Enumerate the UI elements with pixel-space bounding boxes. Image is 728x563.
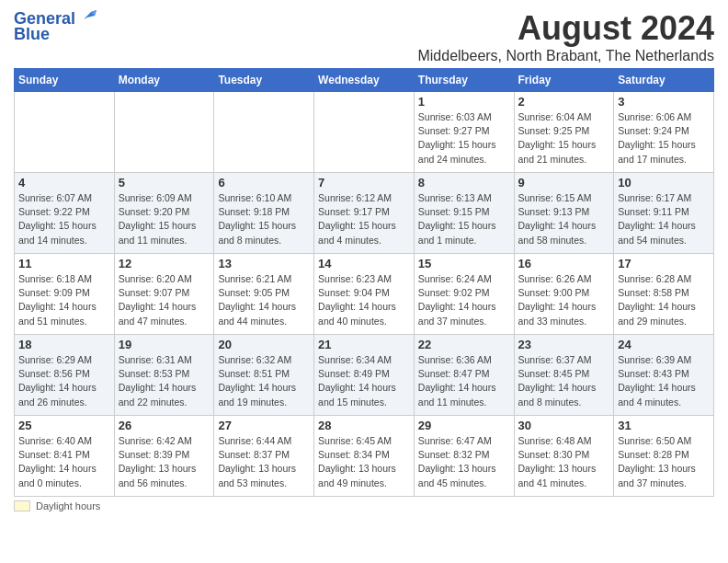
table-row: 31Sunrise: 6:50 AM Sunset: 8:28 PM Dayli… [614,416,714,497]
day-info: Sunrise: 6:24 AM Sunset: 9:02 PM Dayligh… [418,272,510,328]
col-monday: Monday [114,69,214,92]
day-info: Sunrise: 6:29 AM Sunset: 8:56 PM Dayligh… [18,353,110,409]
day-info: Sunrise: 6:31 AM Sunset: 8:53 PM Dayligh… [119,353,210,409]
table-row: 3Sunrise: 6:06 AM Sunset: 9:24 PM Daylig… [614,92,714,173]
day-info: Sunrise: 6:40 AM Sunset: 8:41 PM Dayligh… [18,434,110,490]
day-number: 12 [119,257,210,270]
day-info: Sunrise: 6:37 AM Sunset: 8:45 PM Dayligh… [518,353,610,409]
table-row: 12Sunrise: 6:20 AM Sunset: 9:07 PM Dayli… [114,254,214,335]
day-number: 16 [518,257,610,270]
table-row: 24Sunrise: 6:39 AM Sunset: 8:43 PM Dayli… [614,335,714,416]
table-row: 8Sunrise: 6:13 AM Sunset: 9:15 PM Daylig… [414,173,514,254]
header-row: Sunday Monday Tuesday Wednesday Thursday… [15,69,714,92]
day-info: Sunrise: 6:42 AM Sunset: 8:39 PM Dayligh… [119,434,210,490]
day-number: 20 [218,338,310,351]
day-info: Sunrise: 6:32 AM Sunset: 8:51 PM Dayligh… [218,353,310,409]
table-row [214,92,314,173]
day-info: Sunrise: 6:06 AM Sunset: 9:24 PM Dayligh… [618,110,710,167]
logo: General Blue [14,9,98,44]
day-info: Sunrise: 6:50 AM Sunset: 8:28 PM Dayligh… [618,434,710,490]
calendar-table: Sunday Monday Tuesday Wednesday Thursday… [14,68,714,497]
day-number: 29 [418,419,510,432]
table-row [15,92,115,173]
day-number: 15 [418,257,510,270]
day-info: Sunrise: 6:04 AM Sunset: 9:25 PM Dayligh… [518,110,610,167]
day-number: 31 [618,419,710,432]
table-row: 14Sunrise: 6:23 AM Sunset: 9:04 PM Dayli… [314,254,415,335]
day-number: 9 [518,176,610,190]
day-number: 3 [618,95,710,109]
day-info: Sunrise: 6:20 AM Sunset: 9:07 PM Dayligh… [119,272,210,328]
day-number: 10 [618,176,710,190]
table-row: 21Sunrise: 6:34 AM Sunset: 8:49 PM Dayli… [314,335,415,416]
day-info: Sunrise: 6:47 AM Sunset: 8:32 PM Dayligh… [418,434,510,490]
day-number: 13 [218,257,310,270]
table-row: 2Sunrise: 6:04 AM Sunset: 9:25 PM Daylig… [514,92,614,173]
table-row [314,92,415,173]
table-row: 13Sunrise: 6:21 AM Sunset: 9:05 PM Dayli… [214,254,314,335]
calendar-week-1: 1Sunrise: 6:03 AM Sunset: 9:27 PM Daylig… [15,92,714,173]
day-info: Sunrise: 6:09 AM Sunset: 9:20 PM Dayligh… [119,191,210,247]
day-info: Sunrise: 6:10 AM Sunset: 9:18 PM Dayligh… [218,191,310,247]
table-row: 4Sunrise: 6:07 AM Sunset: 9:22 PM Daylig… [15,173,115,254]
table-row: 28Sunrise: 6:45 AM Sunset: 8:34 PM Dayli… [314,416,415,497]
table-row: 5Sunrise: 6:09 AM Sunset: 9:20 PM Daylig… [114,173,214,254]
day-info: Sunrise: 6:13 AM Sunset: 9:15 PM Dayligh… [418,191,510,247]
table-row: 20Sunrise: 6:32 AM Sunset: 8:51 PM Dayli… [214,335,314,416]
table-row: 9Sunrise: 6:15 AM Sunset: 9:13 PM Daylig… [514,173,614,254]
day-number: 19 [119,338,210,351]
table-row: 26Sunrise: 6:42 AM Sunset: 8:39 PM Dayli… [114,416,214,497]
day-number: 1 [418,95,510,109]
day-info: Sunrise: 6:48 AM Sunset: 8:30 PM Dayligh… [518,434,610,490]
table-row: 6Sunrise: 6:10 AM Sunset: 9:18 PM Daylig… [214,173,314,254]
table-row: 30Sunrise: 6:48 AM Sunset: 8:30 PM Dayli… [514,416,614,497]
main-title: August 2024 [417,9,714,48]
day-number: 17 [618,257,710,270]
day-info: Sunrise: 6:07 AM Sunset: 9:22 PM Dayligh… [18,191,110,247]
subtitle: Middelbeers, North Brabant, The Netherla… [417,48,714,64]
day-info: Sunrise: 6:34 AM Sunset: 8:49 PM Dayligh… [318,353,410,409]
day-number: 5 [119,176,210,190]
table-row [114,92,214,173]
day-info: Sunrise: 6:18 AM Sunset: 9:09 PM Dayligh… [18,272,110,328]
day-number: 26 [119,419,210,432]
page: General Blue August 2024 Middelbeers, No… [0,0,728,521]
table-row: 16Sunrise: 6:26 AM Sunset: 9:00 PM Dayli… [514,254,614,335]
table-row: 29Sunrise: 6:47 AM Sunset: 8:32 PM Dayli… [414,416,514,497]
day-number: 2 [518,95,610,109]
day-number: 21 [318,338,410,351]
table-row: 23Sunrise: 6:37 AM Sunset: 8:45 PM Dayli… [514,335,614,416]
day-number: 30 [518,419,610,432]
title-block: August 2024 Middelbeers, North Brabant, … [417,9,714,64]
day-number: 18 [18,338,110,351]
day-info: Sunrise: 6:44 AM Sunset: 8:37 PM Dayligh… [218,434,310,490]
day-number: 6 [218,176,310,190]
table-row: 19Sunrise: 6:31 AM Sunset: 8:53 PM Dayli… [114,335,214,416]
table-row: 18Sunrise: 6:29 AM Sunset: 8:56 PM Dayli… [15,335,115,416]
calendar-week-2: 4Sunrise: 6:07 AM Sunset: 9:22 PM Daylig… [15,173,714,254]
footer-label: Daylight hours [36,500,100,511]
day-number: 7 [318,176,410,190]
logo-text: General Blue [14,9,98,44]
day-number: 28 [318,419,410,432]
day-info: Sunrise: 6:15 AM Sunset: 9:13 PM Dayligh… [518,191,610,247]
calendar-week-3: 11Sunrise: 6:18 AM Sunset: 9:09 PM Dayli… [15,254,714,335]
day-number: 25 [18,419,110,432]
table-row: 27Sunrise: 6:44 AM Sunset: 8:37 PM Dayli… [214,416,314,497]
table-row: 22Sunrise: 6:36 AM Sunset: 8:47 PM Dayli… [414,335,514,416]
day-info: Sunrise: 6:45 AM Sunset: 8:34 PM Dayligh… [318,434,410,490]
col-wednesday: Wednesday [314,69,415,92]
daylight-swatch [14,500,30,511]
col-tuesday: Tuesday [214,69,314,92]
logo-bird-icon [78,6,98,27]
day-number: 8 [418,176,510,190]
day-info: Sunrise: 6:28 AM Sunset: 8:58 PM Dayligh… [618,272,710,328]
day-number: 14 [318,257,410,270]
day-number: 24 [618,338,710,351]
day-info: Sunrise: 6:23 AM Sunset: 9:04 PM Dayligh… [318,272,410,328]
day-info: Sunrise: 6:26 AM Sunset: 9:00 PM Dayligh… [518,272,610,328]
day-number: 11 [18,257,110,270]
col-thursday: Thursday [414,69,514,92]
day-number: 4 [18,176,110,190]
calendar-week-5: 25Sunrise: 6:40 AM Sunset: 8:41 PM Dayli… [15,416,714,497]
